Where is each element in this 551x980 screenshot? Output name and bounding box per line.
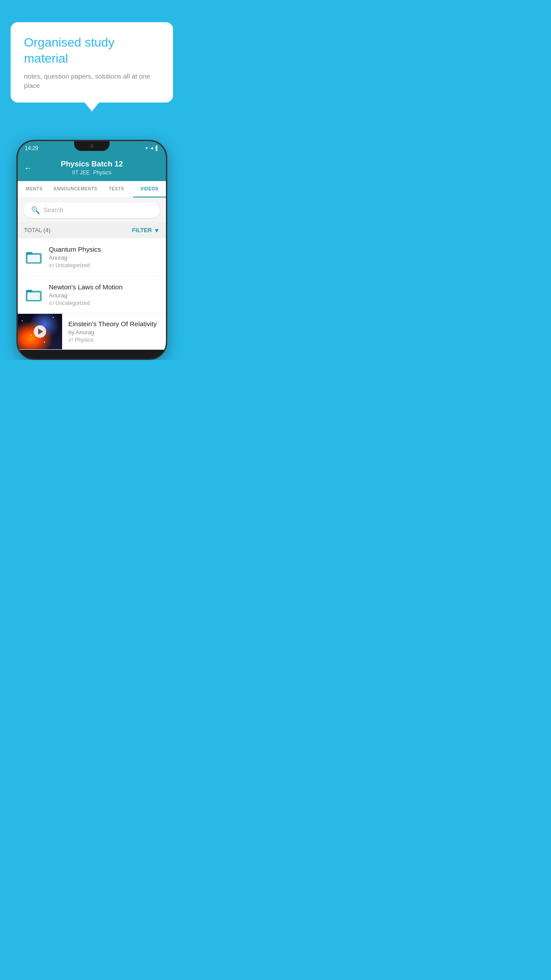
- video-author-newton: Anurag: [49, 292, 160, 299]
- camera-dot: [90, 144, 94, 148]
- video-title-newton: Newton's Laws of Motion: [49, 283, 160, 291]
- tab-tests[interactable]: TESTS: [100, 181, 133, 198]
- svg-rect-2: [27, 254, 40, 263]
- battery-icon: ▌: [156, 146, 159, 150]
- header-subtitle-physics: Physics: [93, 170, 111, 176]
- video-list: Quantum Physics Anurag 🏷 Uncategorized: [18, 238, 166, 350]
- video-item-info-newton: Newton's Laws of Motion Anurag 🏷 Uncateg…: [49, 283, 160, 306]
- phone-bottom-edge: [18, 350, 166, 359]
- folder-icon-newton: [24, 285, 43, 304]
- tab-videos[interactable]: VIDEOS: [133, 181, 166, 198]
- search-icon: 🔍: [31, 206, 40, 214]
- search-placeholder: Search: [43, 206, 63, 213]
- tag-icon-einstein: 🏷: [68, 337, 73, 343]
- video-title-einstein: Einstein's Theory Of Relativity: [68, 320, 160, 328]
- tabs-bar: MENTS ANNOUNCEMENTS TESTS VIDEOS: [18, 181, 166, 198]
- phone-wrapper: 14:29 ▾ ◄ ▌ ← Physics Batch 12 IIT JEE P…: [0, 140, 184, 360]
- play-button[interactable]: [34, 325, 46, 338]
- wifi-icon: ▾: [146, 146, 148, 150]
- tag-icon-newton: 🏷: [49, 300, 54, 306]
- video-author-quantum: Anurag: [49, 254, 160, 261]
- tab-announcements[interactable]: ANNOUNCEMENTS: [51, 181, 100, 198]
- phone-mockup: 14:29 ▾ ◄ ▌ ← Physics Batch 12 IIT JEE P…: [16, 140, 167, 360]
- filter-icon: ▼: [153, 227, 160, 234]
- header-subtitle: IIT JEE Physics: [72, 170, 111, 176]
- back-button[interactable]: ←: [24, 163, 32, 173]
- video-item-einstein[interactable]: Einstein's Theory Of Relativity by Anura…: [18, 314, 166, 350]
- side-button-left: [16, 203, 17, 225]
- header-subtitle-iitjee: IIT JEE: [72, 170, 90, 176]
- filter-button[interactable]: FILTER ▼: [132, 227, 160, 234]
- search-bar: 🔍 Search: [18, 198, 166, 222]
- speech-bubble: Organised study material notes, question…: [11, 22, 173, 103]
- video-tag-newton: 🏷 Uncategorized: [49, 300, 160, 306]
- tag-icon-quantum: 🏷: [49, 263, 54, 268]
- app-header: ← Physics Batch 12 IIT JEE Physics: [18, 155, 166, 181]
- status-time: 14:29: [25, 145, 38, 151]
- play-icon: [38, 328, 43, 335]
- phone-notch: [74, 141, 110, 151]
- bubble-title: Organised study material: [24, 35, 160, 67]
- video-item-newton[interactable]: Newton's Laws of Motion Anurag 🏷 Uncateg…: [18, 276, 166, 314]
- side-button-right: [166, 212, 167, 243]
- folder-icon-quantum: [24, 247, 43, 267]
- video-author-einstein: by Anurag: [68, 329, 160, 336]
- svg-rect-5: [27, 292, 40, 300]
- header-title: Physics Batch 12: [61, 160, 123, 169]
- search-input-wrapper[interactable]: 🔍 Search: [24, 202, 160, 218]
- video-tag-quantum: 🏷 Uncategorized: [49, 262, 160, 269]
- tag-label-einstein: Physics: [75, 337, 93, 343]
- filter-label: FILTER: [132, 227, 152, 233]
- signal-icon: ◄: [150, 146, 154, 150]
- tag-label-quantum: Uncategorized: [55, 262, 90, 269]
- video-item-info-einstein: Einstein's Theory Of Relativity by Anura…: [62, 314, 166, 349]
- video-thumbnail-einstein: [18, 314, 62, 349]
- total-label: TOTAL (4): [24, 227, 51, 233]
- video-item-quantum[interactable]: Quantum Physics Anurag 🏷 Uncategorized: [18, 238, 166, 276]
- video-tag-einstein: 🏷 Physics: [68, 337, 160, 343]
- filter-bar: TOTAL (4) FILTER ▼: [18, 222, 166, 238]
- video-item-info-quantum: Quantum Physics Anurag 🏷 Uncategorized: [49, 245, 160, 269]
- top-section: Organised study material notes, question…: [0, 0, 184, 122]
- tag-label-newton: Uncategorized: [55, 300, 90, 306]
- bubble-subtitle: notes, question papers, solutions all at…: [24, 71, 160, 90]
- video-title-quantum: Quantum Physics: [49, 245, 160, 253]
- status-icons: ▾ ◄ ▌: [146, 146, 159, 150]
- tab-ments[interactable]: MENTS: [18, 181, 51, 198]
